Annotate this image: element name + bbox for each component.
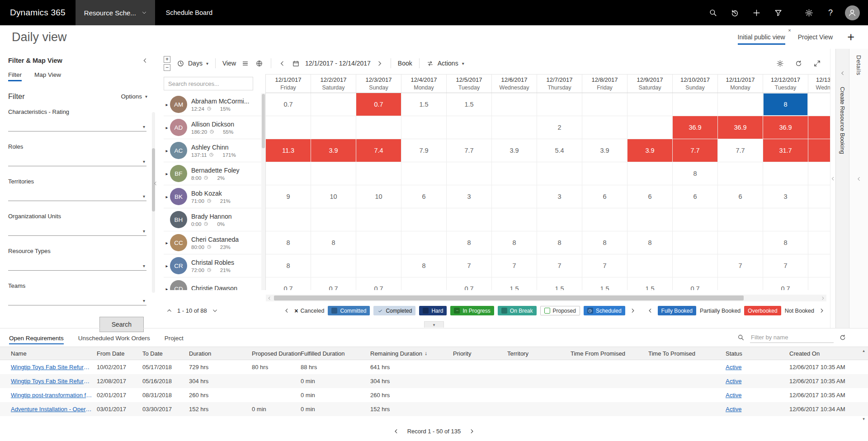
booking-cell[interactable]: 8	[763, 93, 808, 116]
expand-resource-icon[interactable]: ▸	[164, 240, 170, 245]
time-scale-dropdown[interactable]: Days ▾	[177, 60, 208, 67]
column-header-fulfilled-duration[interactable]: Fulfilled Duration	[301, 350, 370, 357]
booking-cell[interactable]	[266, 116, 311, 139]
booking-cell[interactable]	[492, 185, 537, 208]
booking-cell[interactable]: 10	[311, 185, 356, 208]
booking-cell[interactable]	[808, 162, 830, 185]
booking-cell[interactable]	[537, 208, 582, 231]
scroll-up-icon[interactable]: ▴	[863, 348, 865, 353]
booking-cell[interactable]	[401, 162, 447, 185]
column-header-from-date[interactable]: From Date	[97, 350, 142, 357]
booking-cell[interactable]: 1.5	[627, 277, 673, 290]
booking-cell[interactable]	[311, 162, 356, 185]
booking-cell[interactable]	[401, 277, 447, 290]
resource-row[interactable]: ▸BFBernadette Foley8:002%	[164, 162, 261, 185]
booking-cell[interactable]	[808, 116, 830, 139]
column-header-territory[interactable]: Territory	[507, 350, 571, 357]
column-header-remaining-duration[interactable]: Remaining Duration↓	[370, 350, 453, 357]
expand-details-icon[interactable]	[856, 176, 862, 182]
table-row[interactable]: Wingtip post-transformation follow...02/…	[0, 388, 868, 402]
booking-cell[interactable]	[718, 93, 763, 116]
cell-name[interactable]: Wingtip Toys Fab Site Refurbishme...	[11, 364, 97, 371]
day-column-header[interactable]: 12/6/2017Wednesday	[492, 75, 537, 93]
booking-cell[interactable]	[266, 162, 311, 185]
booking-cell[interactable]	[492, 93, 537, 116]
booking-cell[interactable]: 1.5	[582, 277, 627, 290]
table-scrollbar[interactable]: ▴ ▾	[861, 348, 867, 421]
column-header-to-date[interactable]: To Date	[142, 350, 189, 357]
booking-cell[interactable]	[627, 116, 673, 139]
booking-cell[interactable]: 8	[582, 231, 627, 254]
booking-cell[interactable]	[311, 208, 356, 231]
booking-cell[interactable]: 0.7	[266, 277, 311, 290]
booking-cell[interactable]	[311, 254, 356, 277]
column-header-created-on[interactable]: Created On	[789, 350, 868, 357]
resource-row[interactable]: ▸ADAllison Dickson186:2055%	[164, 116, 261, 139]
booking-cell[interactable]: 0.7	[447, 277, 492, 290]
help-icon[interactable]: ?	[821, 3, 840, 22]
legend-scroll-left-icon[interactable]	[283, 308, 291, 314]
booking-cell[interactable]: 6	[673, 185, 718, 208]
booking-cell[interactable]	[627, 208, 673, 231]
details-rail[interactable]: Details	[849, 49, 868, 328]
zoom-in-button[interactable]: +	[164, 56, 170, 63]
day-column-header[interactable]: 12/7/2017Thursday	[537, 75, 582, 93]
booking-cell[interactable]	[356, 116, 401, 139]
booking-cell[interactable]: 0.7	[311, 277, 356, 290]
filter-panel-scrollbar[interactable]	[152, 112, 155, 293]
add-view-button[interactable]: +	[847, 31, 854, 43]
previous-range-button[interactable]	[278, 59, 287, 68]
cell-name[interactable]: Wingtip post-transformation follow...	[11, 392, 97, 399]
booking-cell[interactable]	[718, 231, 763, 254]
booking-cell[interactable]: 2	[537, 116, 582, 139]
booking-cell[interactable]: 7.7	[447, 139, 492, 162]
booking-cell[interactable]: 7	[582, 254, 627, 277]
day-column-header[interactable]: 12/1/2017Friday	[266, 75, 311, 93]
cell-name[interactable]: Wingtip Toys Fab Site Refurbishme...	[11, 378, 97, 385]
booking-cell[interactable]	[582, 93, 627, 116]
booking-cell[interactable]: 10	[356, 185, 401, 208]
day-column-header[interactable]: 12/11/2017Monday	[718, 75, 763, 93]
booking-cell[interactable]: 5.4	[537, 139, 582, 162]
expand-resource-icon[interactable]: ▸	[164, 125, 170, 130]
expand-resource-icon[interactable]: ▸	[164, 148, 170, 153]
scroll-right-icon[interactable]	[819, 295, 826, 301]
booking-cell[interactable]: 6	[582, 185, 627, 208]
resource-search-input[interactable]	[164, 77, 253, 90]
refresh-board-icon[interactable]	[794, 59, 803, 68]
booking-cell[interactable]: 8	[266, 254, 311, 277]
scrollbar-thumb[interactable]	[274, 296, 744, 300]
options-button[interactable]: Options ▾	[121, 93, 147, 100]
tab-map-view[interactable]: Map View	[34, 71, 61, 81]
filter-dropdown-resource-types[interactable]: ▾	[8, 259, 146, 271]
next-page-icon[interactable]	[469, 428, 475, 434]
booking-cell[interactable]	[808, 185, 830, 208]
booking-cell[interactable]: 7	[537, 254, 582, 277]
booking-cell[interactable]: 6	[401, 185, 447, 208]
booking-cell[interactable]	[311, 93, 356, 116]
cell-status[interactable]: Active	[726, 378, 789, 385]
day-column-header[interactable]: 12/5/2017Tuesday	[447, 75, 492, 93]
booking-cell[interactable]: 1.5	[401, 93, 447, 116]
booking-cell[interactable]	[627, 162, 673, 185]
booking-cell[interactable]: 7	[447, 254, 492, 277]
app-switcher[interactable]: Resource Sche...	[76, 0, 155, 25]
column-header-time-to-promised[interactable]: Time To Promised	[648, 350, 726, 357]
column-header-status[interactable]: Status	[726, 350, 789, 357]
booking-cell[interactable]: 7.9	[401, 139, 447, 162]
booking-cell[interactable]	[808, 139, 830, 162]
recent-items-icon[interactable]	[725, 3, 744, 22]
resource-row[interactable]: ▸CDChristie Dawson	[164, 277, 261, 290]
previous-page-icon[interactable]	[393, 428, 399, 434]
column-header-proposed-duration[interactable]: Proposed Duration	[252, 350, 301, 357]
booking-cell[interactable]	[356, 162, 401, 185]
booking-cell[interactable]	[447, 116, 492, 139]
booking-cell[interactable]: 3.9	[492, 139, 537, 162]
column-header-time-from-promised[interactable]: Time From Promised	[571, 350, 648, 357]
booking-cell[interactable]: 8	[266, 231, 311, 254]
booking-cell[interactable]: 7	[718, 254, 763, 277]
day-column-header[interactable]: 12/4/2017Monday	[401, 75, 447, 93]
booking-cell[interactable]	[808, 254, 830, 277]
booking-cell[interactable]: 1.5	[492, 277, 537, 290]
view-tab-initial-public-view[interactable]: Initial public view×	[738, 31, 785, 43]
